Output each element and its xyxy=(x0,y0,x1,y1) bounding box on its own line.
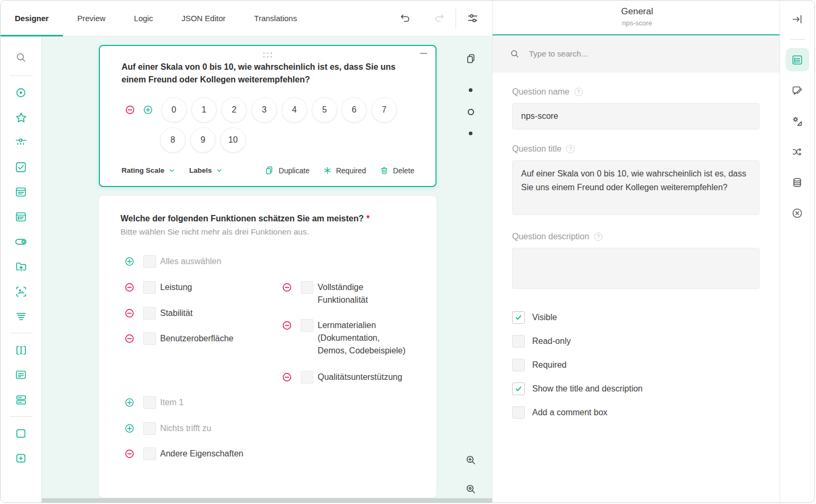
remove-item-icon[interactable] xyxy=(282,282,292,293)
help-icon[interactable]: ? xyxy=(594,232,602,241)
checkbox-question-title[interactable]: Welche der folgenden Funktionen schätzen… xyxy=(120,212,406,225)
question-type-dropdown[interactable]: Rating Scale xyxy=(122,166,175,174)
dynamic-panel-icon[interactable] xyxy=(9,446,33,471)
file-upload-icon[interactable] xyxy=(9,254,33,279)
choice-checkbox[interactable] xyxy=(301,319,313,332)
dropdown-icon[interactable] xyxy=(9,180,33,204)
design-surface[interactable]: Auf einer Skala von 0 bis 10, wie wahrsc… xyxy=(42,36,492,502)
rating-chip-3[interactable]: 3 xyxy=(252,97,277,123)
read-only-checkbox-row[interactable]: Read-only xyxy=(512,335,759,348)
radio-button-group-icon[interactable] xyxy=(9,80,33,105)
choice-row[interactable]: Qualitätsunterstützung xyxy=(282,371,410,384)
choice-checkbox[interactable] xyxy=(301,281,313,294)
nps-icon[interactable] xyxy=(9,130,33,155)
single-line-input-icon[interactable] xyxy=(9,338,33,362)
choice-checkbox[interactable] xyxy=(143,422,156,435)
choice-label[interactable]: Stabilität xyxy=(160,307,192,320)
tab-designer[interactable]: Designer xyxy=(1,1,63,36)
rating-chip-5[interactable]: 5 xyxy=(312,97,337,123)
redo-icon[interactable] xyxy=(430,10,448,27)
question-description-input[interactable] xyxy=(512,248,759,289)
zoom-fit-icon[interactable] xyxy=(465,483,477,495)
logic-icon[interactable] xyxy=(786,140,809,163)
checkbox-question-description[interactable]: Bitte wählen Sie nicht mehr als drei Fun… xyxy=(120,227,309,237)
rating-chip-0[interactable]: 0 xyxy=(161,97,187,123)
help-icon[interactable]: ? xyxy=(574,88,583,96)
long-text-icon[interactable] xyxy=(9,362,33,387)
ranking-scale-icon[interactable] xyxy=(9,304,33,329)
tab-translations[interactable]: Translations xyxy=(240,1,311,36)
undo-icon[interactable] xyxy=(396,10,414,27)
choice-row[interactable]: Stabilität xyxy=(124,307,192,320)
property-search-input[interactable] xyxy=(528,49,769,59)
choice-checkbox[interactable] xyxy=(143,307,156,320)
add-item-icon[interactable] xyxy=(124,423,135,434)
choice-row[interactable]: Benutzeroberfläche xyxy=(124,332,234,345)
rating-chip-6[interactable]: 6 xyxy=(341,97,367,123)
horizontal-scrollbar[interactable] xyxy=(42,498,492,502)
yes-no-toggle-icon[interactable] xyxy=(9,229,33,254)
delete-question-button[interactable]: Delete xyxy=(379,165,414,175)
choice-row[interactable]: Item 1 xyxy=(124,396,183,409)
choice-checkbox[interactable] xyxy=(301,371,313,384)
layout-icon[interactable] xyxy=(786,109,809,133)
choice-label[interactable]: Alles auswählen xyxy=(160,255,221,268)
page-dot[interactable] xyxy=(469,132,472,135)
tab-logic[interactable]: Logic xyxy=(120,1,168,36)
zoom-in-icon[interactable] xyxy=(465,454,477,466)
add-item-icon[interactable] xyxy=(124,256,135,267)
appearance-icon[interactable] xyxy=(786,79,809,102)
question-name-input[interactable] xyxy=(512,103,759,129)
question-card-checkbox[interactable]: Welche der folgenden Funktionen schätzen… xyxy=(99,196,437,498)
comment-box-checkbox-row[interactable]: Add a comment box xyxy=(512,406,759,419)
data-icon[interactable] xyxy=(786,171,809,194)
remove-scale-item-icon[interactable] xyxy=(125,105,135,115)
duplicate-page-icon[interactable] xyxy=(465,53,477,64)
image-picker-icon[interactable] xyxy=(9,279,33,304)
settings-sliders-icon[interactable] xyxy=(463,10,481,27)
choice-label[interactable]: Vollständige Funktionalität xyxy=(318,281,410,306)
panel-icon[interactable] xyxy=(9,421,33,446)
rating-chip-8[interactable]: 8 xyxy=(160,127,186,153)
remove-item-icon[interactable] xyxy=(282,372,292,382)
remove-item-icon[interactable] xyxy=(282,320,292,331)
checkboxes-icon[interactable] xyxy=(9,155,33,180)
rating-chip-10[interactable]: 10 xyxy=(220,127,246,153)
collapse-panel-icon[interactable] xyxy=(786,7,809,31)
choice-label[interactable]: Andere Eigenschaften xyxy=(160,447,243,460)
remove-item-icon[interactable] xyxy=(124,449,135,459)
choice-label[interactable]: Qualitätsunterstützung xyxy=(318,371,410,384)
checkbox-unchecked[interactable] xyxy=(512,406,525,419)
rating-chip-4[interactable]: 4 xyxy=(282,97,307,123)
choice-row[interactable]: Vollständige Funktionalität xyxy=(282,281,410,306)
choice-checkbox[interactable] xyxy=(143,281,156,294)
current-page-indicator[interactable] xyxy=(468,109,474,115)
checkbox-checked[interactable] xyxy=(512,311,525,324)
required-question-button[interactable]: Required xyxy=(323,165,366,175)
choice-row[interactable]: Nichts trifft zu xyxy=(124,422,211,435)
rating-chip-1[interactable]: 1 xyxy=(191,97,217,123)
duplicate-question-button[interactable]: Duplicate xyxy=(264,165,309,175)
nps-question-title[interactable]: Auf einer Skala von 0 bis 10, wie wahrsc… xyxy=(122,61,407,86)
choice-label[interactable]: Item 1 xyxy=(160,396,183,409)
question-title-input[interactable]: Auf einer Skala von 0 bis 10, wie wahrsc… xyxy=(512,160,759,215)
checkbox-unchecked[interactable] xyxy=(512,359,525,371)
rating-chip-2[interactable]: 2 xyxy=(221,97,247,123)
multiple-textboxes-icon[interactable] xyxy=(9,387,33,412)
remove-item-icon[interactable] xyxy=(124,308,135,319)
choice-row[interactable]: Alles auswählen xyxy=(124,255,221,268)
choice-checkbox[interactable] xyxy=(143,332,156,345)
remove-item-icon[interactable] xyxy=(124,333,135,344)
multi-select-dropdown-icon[interactable] xyxy=(9,204,33,229)
add-item-icon[interactable] xyxy=(124,397,135,408)
checkbox-checked[interactable] xyxy=(512,382,525,395)
rating-scale-icon[interactable] xyxy=(9,105,33,130)
page-dot[interactable] xyxy=(469,88,472,92)
choice-label[interactable]: Nichts trifft zu xyxy=(160,422,211,435)
drag-handle-icon[interactable] xyxy=(263,52,273,58)
rating-chip-7[interactable]: 7 xyxy=(372,97,397,123)
question-card-nps[interactable]: Auf einer Skala von 0 bis 10, wie wahrsc… xyxy=(99,45,437,187)
choice-checkbox[interactable] xyxy=(143,447,156,460)
help-icon[interactable]: ? xyxy=(566,145,574,153)
general-settings-icon[interactable] xyxy=(786,48,809,71)
